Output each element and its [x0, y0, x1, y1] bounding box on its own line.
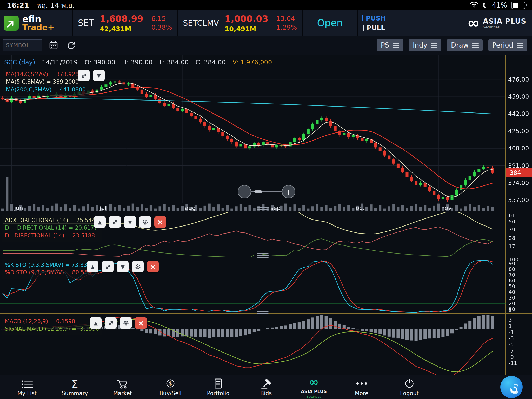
set-label: SET	[78, 18, 94, 28]
moon-icon	[483, 3, 488, 8]
ps-button[interactable]: PS	[377, 39, 403, 51]
setclmv-label: SETCLMV	[183, 18, 219, 28]
broker-subtitle: Securities	[483, 25, 526, 29]
sto-k-value: %K STO (9,3,3,SMAV) = 73.3333	[5, 261, 95, 269]
ma5-legend: MA(5,C,SMAV) = 389.2000	[6, 78, 86, 86]
macd-indicator-panel: MACD (12,26,9) = 0.1590 SIGNAL MACD (12,…	[0, 314, 532, 375]
period-button[interactable]: Period	[488, 39, 527, 51]
svg-text:$: $	[169, 380, 172, 387]
close-indicator-button[interactable]: ×	[147, 261, 159, 272]
expand-panel-button[interactable]	[102, 261, 114, 272]
macd-value: MACD (12,26,9) = 0.1590	[5, 318, 99, 325]
broker-name: ASIA PLUS	[483, 17, 526, 25]
infinity-icon: ∞	[309, 376, 319, 388]
push-pull-controls: PUSH PULL	[357, 10, 391, 36]
zoom-slider[interactable]	[251, 191, 282, 192]
setclmv-quote: SETCLMV 1,000.03 10,491M -13.04 -1.29%	[178, 10, 303, 36]
pull-button[interactable]: PULL	[363, 24, 385, 32]
panel-resize-handle[interactable]	[257, 207, 269, 211]
quote-volume: V: 1,976,000	[232, 59, 272, 66]
move-panel-down-button[interactable]: ▼	[124, 216, 136, 228]
efin-logo-icon	[4, 16, 19, 31]
move-panel-up-button[interactable]: ▲	[94, 216, 106, 228]
refresh-button[interactable]	[65, 39, 77, 51]
nav-asia-plus[interactable]: ∞ ASIA PLUS Securities	[290, 376, 338, 398]
close-indicator-button[interactable]: ×	[154, 216, 166, 228]
menu-icon	[431, 43, 437, 48]
dollar-icon: $	[165, 378, 176, 389]
draw-button[interactable]: Draw	[447, 39, 483, 51]
nav-market[interactable]: Market	[99, 378, 147, 396]
list-icon	[21, 378, 33, 389]
quote-high: H: 390.00	[122, 59, 153, 66]
symbol-input[interactable]	[3, 39, 42, 51]
move-panel-up-button[interactable]: ▲	[90, 317, 102, 329]
move-panel-up-button[interactable]: ▲	[87, 261, 98, 272]
bottom-navigation: My List Σ Summary Market $ Buy/Sell	[0, 375, 532, 399]
set-volume: 42,431M	[100, 25, 143, 33]
push-button[interactable]: PUSH	[362, 15, 386, 22]
app-logo: efin Trade+	[0, 10, 73, 36]
efin-trade-app: 16:21 พฤ. 14 พ.ย. 41% efin Trade+	[0, 0, 532, 399]
di-minus-value: DI- DIRECTIONAL (14) = 23.5188	[5, 232, 99, 240]
push-bar-icon	[362, 15, 363, 21]
zoom-out-button[interactable]: −	[238, 185, 251, 198]
set-quote: SET 1,608.99 42,431M -6.15 -0.38%	[73, 10, 178, 36]
setclmv-value: 1,000.03	[225, 14, 268, 24]
macd-signal-value: SIGNAL MACD (12,26,9) = -3.1550	[5, 325, 99, 333]
setclmv-volume: 10,491M	[225, 25, 268, 33]
menu-icon	[393, 43, 399, 48]
nav-my-list[interactable]: My List	[3, 378, 51, 396]
nav-portfolio[interactable]: Portfolio	[194, 378, 242, 396]
indicator-settings-button[interactable]	[120, 317, 132, 329]
logo-text-efin: efin	[22, 15, 54, 23]
menu-icon	[472, 43, 479, 48]
panel-resize-handle[interactable]	[257, 253, 269, 258]
infinity-icon: ∞	[467, 16, 480, 30]
ma200-legend: MA(200,C,SMAV) = 441.0800	[6, 86, 86, 94]
pull-bar-icon	[363, 25, 364, 31]
adx-value: ADX DIRECTIONAL (14) = 25.5440	[5, 217, 99, 224]
stochastic-legend: %K STO (9,3,3,SMAV) = 73.3333 %D STO (9,…	[2, 259, 98, 279]
quote-open: O: 390.00	[85, 59, 115, 66]
move-panel-down-button[interactable]: ▼	[117, 261, 129, 272]
stochastic-indicator-panel: %K STO (9,3,3,SMAV) = 73.3333 %D STO (9,…	[0, 257, 532, 314]
nav-buy-sell[interactable]: $ Buy/Sell	[147, 378, 194, 396]
indicator-settings-button[interactable]	[139, 216, 151, 228]
set-value: 1,608.99	[100, 14, 143, 24]
nav-bids[interactable]: Bids	[242, 378, 290, 396]
clock: 16:21	[7, 1, 29, 9]
symbol-name: SCC (day)	[4, 59, 35, 66]
expand-panel-button[interactable]	[105, 317, 117, 329]
di-plus-value: DI+ DIRECTIONAL (14) = 20.6177	[5, 224, 99, 232]
quote-date: 14/11/2019	[42, 59, 78, 66]
indy-button[interactable]: Indy	[409, 39, 441, 51]
date: พฤ. 14 พ.ย.	[37, 0, 75, 11]
close-indicator-button[interactable]: ×	[135, 317, 147, 329]
move-panel-down-button[interactable]: ▼	[93, 70, 105, 81]
calendar-button[interactable]	[47, 39, 60, 51]
expand-panel-button[interactable]	[109, 216, 121, 228]
sto-d-value: %D STO (9,3,3,SMAV) = 80.5596	[5, 269, 95, 276]
ma14-legend: MA(14,C,SMAV) = 378.9286	[6, 71, 86, 78]
quick-access-button[interactable]	[500, 376, 523, 398]
set-change-pct: -0.38%	[149, 24, 172, 31]
zoom-slider-handle[interactable]	[254, 190, 262, 193]
quote-info-line: SCC (day) 14/11/2019 O: 390.00 H: 390.00…	[4, 59, 272, 66]
market-status: Open	[303, 10, 357, 36]
expand-panel-button[interactable]	[78, 70, 90, 81]
header: efin Trade+ SET 1,608.99 42,431M -6.15 -…	[0, 10, 532, 36]
document-icon	[213, 378, 223, 389]
adx-legend: ADX DIRECTIONAL (14) = 25.5440 DI+ DIREC…	[2, 215, 102, 242]
zoom-in-button[interactable]: +	[282, 185, 295, 198]
nav-more[interactable]: More	[338, 378, 385, 396]
indicator-settings-button[interactable]	[132, 261, 144, 272]
panel-resize-handle[interactable]	[257, 310, 269, 314]
price-chart-panel: SCC (day) 14/11/2019 O: 390.00 H: 390.00…	[0, 55, 532, 212]
nav-logout[interactable]: Logout	[385, 378, 433, 396]
logo-text-tradeplus: Trade+	[22, 23, 54, 31]
sigma-icon: Σ	[71, 378, 78, 389]
nav-summary[interactable]: Σ Summary	[51, 378, 99, 396]
broker-logo: ∞ ASIA PLUS Securities	[462, 10, 532, 36]
zoom-control: − +	[238, 185, 295, 198]
